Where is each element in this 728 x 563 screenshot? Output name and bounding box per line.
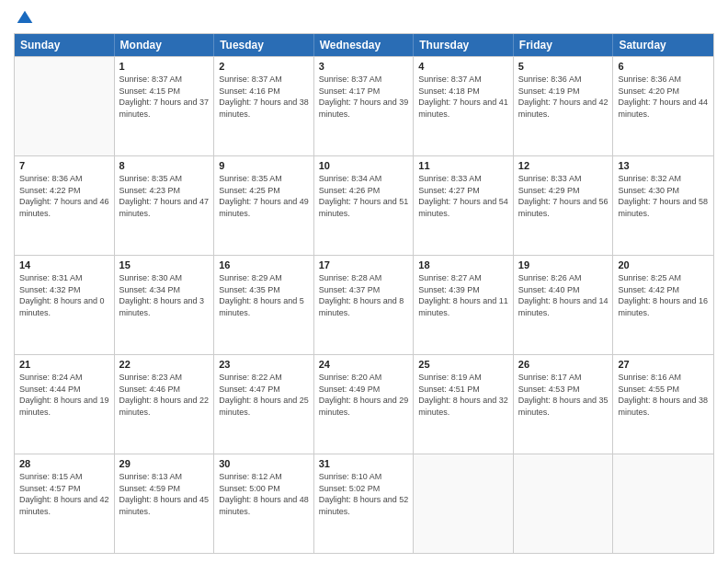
day-number: 24 [319,359,409,370]
day-info: Sunrise: 8:35 AMSunset: 4:23 PMDaylight:… [119,173,210,219]
day-info: Sunrise: 8:33 AMSunset: 4:27 PMDaylight:… [418,173,508,219]
calendar-cell: 7Sunrise: 8:36 AMSunset: 4:22 PMDaylight… [15,156,115,255]
calendar-cell: 20Sunrise: 8:25 AMSunset: 4:42 PMDayligh… [613,256,713,354]
day-info: Sunrise: 8:22 AMSunset: 4:47 PMDaylight:… [219,372,309,418]
day-number: 1 [119,61,210,72]
day-number: 9 [219,160,309,171]
calendar-cell: 12Sunrise: 8:33 AMSunset: 4:29 PMDayligh… [514,156,614,255]
calendar: SundayMondayTuesdayWednesdayThursdayFrid… [14,33,714,554]
day-number: 18 [418,259,508,270]
logo-icon [16,9,34,28]
day-number: 31 [319,458,409,469]
calendar-cell: 17Sunrise: 8:28 AMSunset: 4:37 PMDayligh… [314,256,415,354]
day-info: Sunrise: 8:37 AMSunset: 4:15 PMDaylight:… [119,74,210,120]
calendar-cell: 10Sunrise: 8:34 AMSunset: 4:26 PMDayligh… [314,156,415,255]
day-info: Sunrise: 8:37 AMSunset: 4:17 PMDaylight:… [319,74,409,120]
day-info: Sunrise: 8:34 AMSunset: 4:26 PMDaylight:… [319,173,409,219]
calendar-cell: 21Sunrise: 8:24 AMSunset: 4:44 PMDayligh… [15,355,115,454]
day-info: Sunrise: 8:13 AMSunset: 4:59 PMDaylight:… [119,471,210,517]
calendar-cell: 8Sunrise: 8:35 AMSunset: 4:23 PMDaylight… [115,156,215,255]
calendar-cell: 19Sunrise: 8:26 AMSunset: 4:40 PMDayligh… [514,256,614,354]
day-number: 10 [319,160,409,171]
header-day-friday: Friday [514,34,614,56]
calendar-cell: 16Sunrise: 8:29 AMSunset: 4:35 PMDayligh… [214,256,314,354]
day-number: 19 [518,259,609,270]
calendar-cell: 14Sunrise: 8:31 AMSunset: 4:32 PMDayligh… [15,256,115,354]
calendar-cell [15,57,115,155]
day-info: Sunrise: 8:10 AMSunset: 5:02 PMDaylight:… [319,471,409,517]
day-number: 27 [618,359,709,370]
calendar-cell: 18Sunrise: 8:27 AMSunset: 4:39 PMDayligh… [414,256,514,354]
calendar-cell: 2Sunrise: 8:37 AMSunset: 4:16 PMDaylight… [214,57,314,155]
day-info: Sunrise: 8:32 AMSunset: 4:30 PMDaylight:… [618,173,709,219]
calendar-week-5: 28Sunrise: 8:15 AMSunset: 4:57 PMDayligh… [15,454,713,553]
calendar-body: 1Sunrise: 8:37 AMSunset: 4:15 PMDaylight… [15,56,713,553]
day-number: 28 [19,458,109,469]
calendar-cell: 27Sunrise: 8:16 AMSunset: 4:55 PMDayligh… [613,355,713,454]
calendar-cell: 28Sunrise: 8:15 AMSunset: 4:57 PMDayligh… [15,454,115,553]
day-number: 13 [618,160,709,171]
day-info: Sunrise: 8:26 AMSunset: 4:40 PMDaylight:… [518,272,609,318]
day-number: 29 [119,458,210,469]
day-info: Sunrise: 8:35 AMSunset: 4:25 PMDaylight:… [219,173,309,219]
calendar-cell: 3Sunrise: 8:37 AMSunset: 4:17 PMDaylight… [314,57,415,155]
day-number: 2 [219,61,309,72]
svg-marker-0 [17,11,33,23]
day-info: Sunrise: 8:37 AMSunset: 4:16 PMDaylight:… [219,74,309,120]
day-number: 8 [119,160,210,171]
calendar-cell: 31Sunrise: 8:10 AMSunset: 5:02 PMDayligh… [314,454,415,553]
calendar-header: SundayMondayTuesdayWednesdayThursdayFrid… [15,34,713,56]
day-number: 5 [518,61,609,72]
calendar-cell [514,454,614,553]
day-number: 30 [219,458,309,469]
day-info: Sunrise: 8:27 AMSunset: 4:39 PMDaylight:… [418,272,508,318]
header-day-monday: Monday [115,34,215,56]
calendar-cell: 23Sunrise: 8:22 AMSunset: 4:47 PMDayligh… [214,355,314,454]
day-number: 12 [518,160,609,171]
day-info: Sunrise: 8:37 AMSunset: 4:18 PMDaylight:… [418,74,508,120]
day-number: 11 [418,160,508,171]
day-number: 4 [418,61,508,72]
day-number: 22 [119,359,210,370]
day-info: Sunrise: 8:29 AMSunset: 4:35 PMDaylight:… [219,272,309,318]
day-info: Sunrise: 8:36 AMSunset: 4:22 PMDaylight:… [19,173,109,219]
day-info: Sunrise: 8:31 AMSunset: 4:32 PMDaylight:… [19,272,109,318]
header [14,9,714,28]
day-number: 26 [518,359,609,370]
calendar-cell: 11Sunrise: 8:33 AMSunset: 4:27 PMDayligh… [414,156,514,255]
calendar-cell: 1Sunrise: 8:37 AMSunset: 4:15 PMDaylight… [115,57,215,155]
day-info: Sunrise: 8:15 AMSunset: 4:57 PMDaylight:… [19,471,109,517]
header-day-saturday: Saturday [613,34,713,56]
calendar-cell [613,454,713,553]
day-info: Sunrise: 8:16 AMSunset: 4:55 PMDaylight:… [618,372,709,418]
header-day-thursday: Thursday [414,34,514,56]
calendar-cell: 25Sunrise: 8:19 AMSunset: 4:51 PMDayligh… [414,355,514,454]
calendar-week-3: 14Sunrise: 8:31 AMSunset: 4:32 PMDayligh… [15,255,713,354]
calendar-cell [414,454,514,553]
day-number: 20 [618,259,709,270]
day-info: Sunrise: 8:28 AMSunset: 4:37 PMDaylight:… [319,272,409,318]
calendar-cell: 29Sunrise: 8:13 AMSunset: 4:59 PMDayligh… [115,454,215,553]
header-day-wednesday: Wednesday [314,34,415,56]
calendar-cell: 5Sunrise: 8:36 AMSunset: 4:19 PMDaylight… [514,57,614,155]
day-number: 23 [219,359,309,370]
day-info: Sunrise: 8:20 AMSunset: 4:49 PMDaylight:… [319,372,409,418]
header-day-tuesday: Tuesday [214,34,314,56]
day-info: Sunrise: 8:33 AMSunset: 4:29 PMDaylight:… [518,173,609,219]
day-number: 14 [19,259,109,270]
calendar-cell: 6Sunrise: 8:36 AMSunset: 4:20 PMDaylight… [613,57,713,155]
day-number: 3 [319,61,409,72]
day-number: 7 [19,160,109,171]
logo [14,9,34,28]
calendar-cell: 26Sunrise: 8:17 AMSunset: 4:53 PMDayligh… [514,355,614,454]
calendar-cell: 24Sunrise: 8:20 AMSunset: 4:49 PMDayligh… [314,355,415,454]
day-number: 6 [618,61,709,72]
day-number: 15 [119,259,210,270]
day-info: Sunrise: 8:25 AMSunset: 4:42 PMDaylight:… [618,272,709,318]
calendar-week-4: 21Sunrise: 8:24 AMSunset: 4:44 PMDayligh… [15,354,713,454]
calendar-cell: 30Sunrise: 8:12 AMSunset: 5:00 PMDayligh… [214,454,314,553]
day-info: Sunrise: 8:19 AMSunset: 4:51 PMDaylight:… [418,372,508,418]
day-number: 21 [19,359,109,370]
calendar-cell: 22Sunrise: 8:23 AMSunset: 4:46 PMDayligh… [115,355,215,454]
calendar-week-2: 7Sunrise: 8:36 AMSunset: 4:22 PMDaylight… [15,155,713,255]
